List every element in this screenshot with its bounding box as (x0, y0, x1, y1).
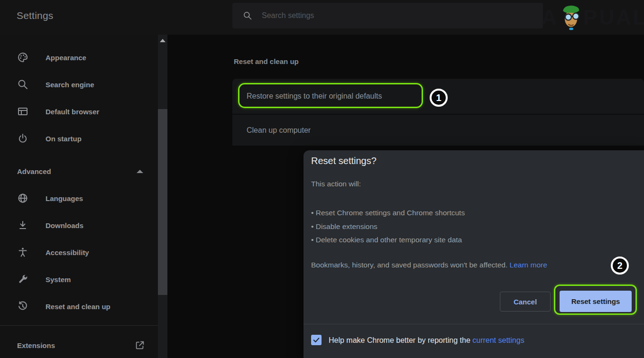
scrollbar-thumb[interactable] (158, 109, 167, 295)
reset-settings-dialog: Reset settings? This action will: • Rese… (304, 150, 644, 358)
browser-icon (17, 106, 28, 117)
wrench-icon (17, 274, 28, 285)
sidebar-item-label: On startup (46, 135, 82, 143)
logo-text-pre: A (542, 4, 559, 31)
sidebar-item-downloads[interactable]: Downloads (0, 216, 158, 235)
sidebar-scrollbar[interactable] (158, 35, 167, 358)
scrollbar-up-arrow[interactable] (160, 39, 166, 42)
sidebar-item-label: Downloads (46, 221, 83, 229)
sidebar-item-search-engine[interactable]: Search engine (0, 75, 158, 94)
footer-text: Help make Chrome better by reporting the… (329, 336, 524, 345)
dialog-title: Reset settings? (311, 156, 377, 166)
top-bar: Settings A PUALS (0, 0, 644, 35)
report-settings-checkbox[interactable] (311, 335, 322, 345)
sidebar-item-accessibility[interactable]: Accessibility (0, 243, 158, 262)
dialog-intro: This action will: (311, 180, 361, 188)
chevron-up-icon (137, 170, 143, 173)
search-box[interactable] (232, 3, 543, 28)
sidebar-item-label: Languages (46, 194, 83, 202)
sidebar-item-extensions[interactable]: Extensions (0, 336, 158, 355)
page-title: Settings (17, 10, 53, 21)
note-text: Bookmarks, history, and saved passwords … (311, 261, 507, 269)
download-icon (17, 220, 28, 231)
power-icon (17, 133, 28, 144)
sidebar-item-label: Reset and clean up (46, 303, 110, 311)
current-settings-link[interactable]: current settings (472, 336, 524, 344)
sidebar-item-reset-and-clean-up[interactable]: Reset and clean up (0, 297, 158, 316)
cancel-button[interactable]: Cancel (500, 292, 551, 312)
restore-icon (17, 301, 28, 312)
extensions-label: Extensions (17, 341, 55, 349)
learn-more-link[interactable]: Learn more (510, 261, 547, 269)
sidebar-item-appearance[interactable]: Appearance (0, 48, 158, 67)
sidebar-item-label: System (46, 275, 71, 284)
sidebar-item-on-startup[interactable]: On startup (0, 129, 158, 148)
dialog-note: Bookmarks, history, and saved passwords … (311, 261, 547, 269)
bullet-item: • Delete cookies and other temporary sit… (311, 233, 465, 247)
reset-settings-button[interactable]: Reset settings (560, 291, 632, 312)
logo-text-post: PUALS (583, 4, 644, 31)
sidebar-item-label: Default browser (46, 108, 99, 116)
appuals-watermark-logo: A PUALS (542, 4, 644, 31)
restore-settings-label: Restore settings to their original defau… (247, 92, 382, 101)
check-icon (313, 336, 320, 344)
settings-sidebar: Appearance Search engine Default browser (0, 35, 158, 358)
sidebar-advanced-toggle[interactable]: Advanced (0, 162, 158, 181)
dialog-footer: Help make Chrome better by reporting the… (304, 324, 644, 358)
sidebar-item-label: Accessibility (46, 248, 89, 257)
search-icon (17, 79, 28, 90)
accessibility-icon (17, 247, 28, 258)
sidebar-item-system[interactable]: System (0, 270, 158, 289)
sidebar-item-label: Appearance (46, 54, 86, 62)
clean-up-computer-row[interactable]: Clean up computer (232, 114, 644, 146)
sidebar-divider (0, 325, 158, 326)
bullet-item: • Disable extensions (311, 220, 465, 234)
sidebar-item-languages[interactable]: Languages (0, 189, 158, 208)
section-title: Reset and clean up (234, 57, 299, 65)
search-icon (243, 11, 252, 20)
footer-sentence: Help make Chrome better by reporting the (329, 336, 472, 344)
appuals-mascot-icon (558, 4, 584, 31)
annotation-marker-2: 2 (611, 257, 629, 275)
advanced-label: Advanced (17, 167, 51, 175)
sidebar-item-default-browser[interactable]: Default browser (0, 102, 158, 121)
dialog-bullet-list: • Reset Chrome settings and Chrome short… (311, 206, 465, 247)
external-link-icon (135, 340, 145, 350)
globe-icon (17, 193, 28, 204)
sidebar-item-label: Search engine (46, 81, 94, 89)
search-input[interactable] (262, 11, 543, 20)
clean-up-computer-label: Clean up computer (247, 126, 311, 135)
bullet-item: • Reset Chrome settings and Chrome short… (311, 206, 465, 220)
chrome-settings-page: Settings A PUALS (0, 0, 644, 358)
annotation-marker-1: 1 (430, 89, 448, 107)
palette-icon (17, 52, 28, 63)
